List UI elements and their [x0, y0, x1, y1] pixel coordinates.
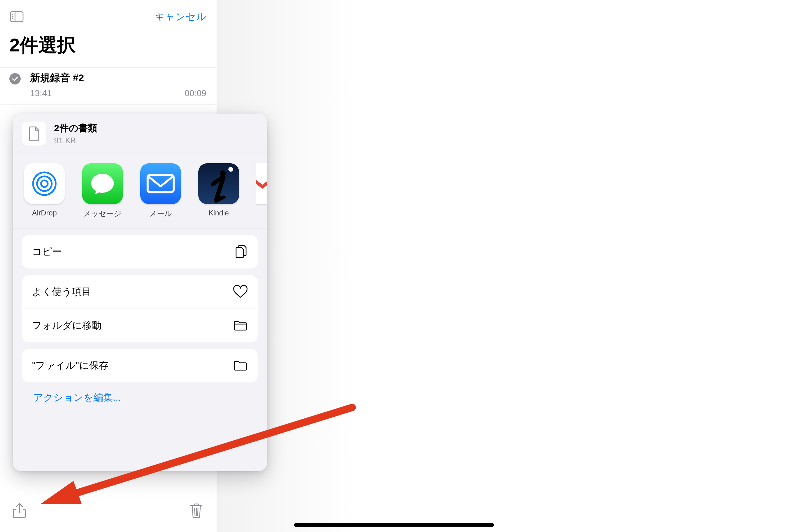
share-target-label: メール [149, 209, 172, 219]
copy-icon [233, 244, 248, 259]
svg-line-9 [198, 508, 198, 516]
edit-actions-link[interactable]: アクションを編集... [13, 382, 267, 405]
share-target-gmail[interactable] [256, 163, 267, 219]
share-sheet-header: 2件の書類 91 KB [13, 114, 267, 154]
svg-point-10 [41, 180, 48, 187]
recording-row[interactable]: 新規録音 #2 13:41 00:09 [0, 67, 216, 105]
sidebar-toolbar [0, 496, 216, 532]
recording-duration: 00:09 [185, 88, 206, 99]
actions-group-3: "ファイル"に保存 [22, 349, 258, 382]
svg-rect-13 [147, 175, 174, 192]
share-targets-row[interactable]: AirDrop メッセージ メール [13, 154, 267, 228]
recording-title: 新規録音 #2 [30, 71, 206, 85]
svg-line-7 [195, 508, 195, 516]
share-target-kindle[interactable]: Kindle [198, 163, 240, 219]
selected-check-icon [9, 73, 21, 84]
trash-button[interactable] [188, 503, 204, 519]
document-icon [22, 122, 46, 145]
main-content [217, 0, 788, 532]
separator [13, 228, 267, 229]
action-save-files[interactable]: "ファイル"に保存 [22, 349, 258, 382]
actions-group-1: コピー [22, 235, 258, 269]
action-label: フォルダに移動 [32, 319, 101, 332]
share-doc-title: 2件の書類 [54, 122, 97, 135]
action-favorite[interactable]: よく使う項目 [22, 275, 258, 309]
share-target-messages[interactable]: メッセージ [81, 163, 123, 219]
recording-body: 新規録音 #2 13:41 00:09 [30, 71, 206, 99]
share-target-airdrop[interactable]: AirDrop [23, 163, 65, 219]
sidebar-top-row: キャンセル [0, 0, 216, 27]
folder-open-icon [233, 358, 248, 373]
share-target-mail[interactable]: メール [140, 163, 182, 219]
sidebar-toggle-icon[interactable] [9, 9, 24, 24]
recording-time: 13:41 [30, 88, 52, 99]
heart-icon [233, 284, 248, 299]
cancel-button[interactable]: キャンセル [155, 10, 206, 24]
share-target-label: AirDrop [32, 209, 57, 217]
share-target-label: Kindle [208, 209, 229, 217]
action-label: よく使う項目 [32, 285, 91, 299]
action-label: "ファイル"に保存 [32, 359, 109, 372]
selection-title: 2件選択 [0, 27, 216, 67]
share-doc-size: 91 KB [54, 136, 97, 145]
svg-point-14 [229, 167, 233, 172]
actions-group-2: よく使う項目 フォルダに移動 [22, 275, 258, 342]
svg-marker-18 [256, 176, 267, 189]
action-copy[interactable]: コピー [22, 235, 258, 269]
share-button[interactable] [11, 503, 27, 519]
action-label: コピー [32, 245, 62, 258]
action-move-folder[interactable]: フォルダに移動 [22, 309, 258, 342]
home-indicator [294, 523, 494, 527]
folder-icon [233, 318, 248, 333]
share-sheet: 2件の書類 91 KB AirDrop メッセージ [13, 114, 267, 471]
svg-point-15 [220, 170, 226, 176]
svg-point-11 [37, 176, 52, 191]
share-target-label: メッセージ [83, 209, 121, 219]
